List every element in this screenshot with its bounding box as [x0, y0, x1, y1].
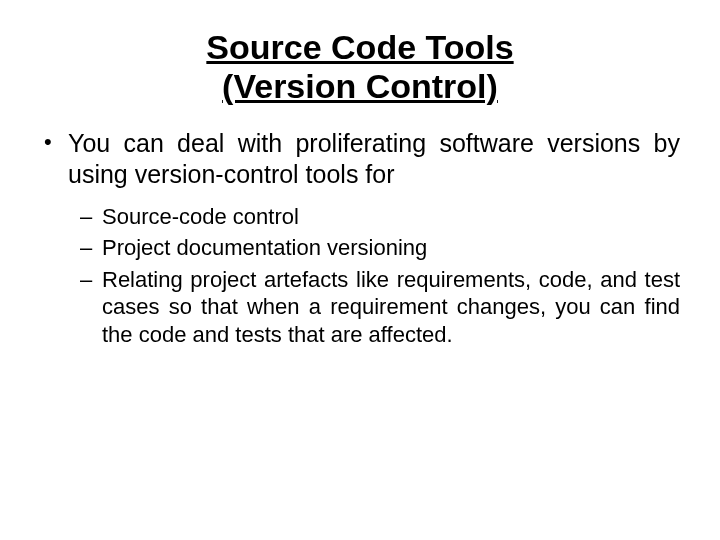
- sub-bullet-item: Relating project artefacts like requirem…: [102, 266, 680, 349]
- sub-bullet-item: Project documentation versioning: [102, 234, 680, 262]
- title-line-2: (Version Control): [222, 67, 498, 105]
- slide-title: Source Code Tools (Version Control): [40, 28, 680, 106]
- bullet-level-1: You can deal with proliferating software…: [68, 128, 680, 191]
- sub-bullet-text: Source-code control: [102, 204, 299, 229]
- title-line-1: Source Code Tools: [206, 28, 513, 66]
- sub-bullet-text: Relating project artefacts like requirem…: [102, 267, 680, 347]
- sub-bullet-text: Project documentation versioning: [102, 235, 427, 260]
- bullet-text: You can deal with proliferating software…: [68, 129, 680, 188]
- sub-bullet-list: Source-code control Project documentatio…: [102, 203, 680, 349]
- sub-bullet-item: Source-code control: [102, 203, 680, 231]
